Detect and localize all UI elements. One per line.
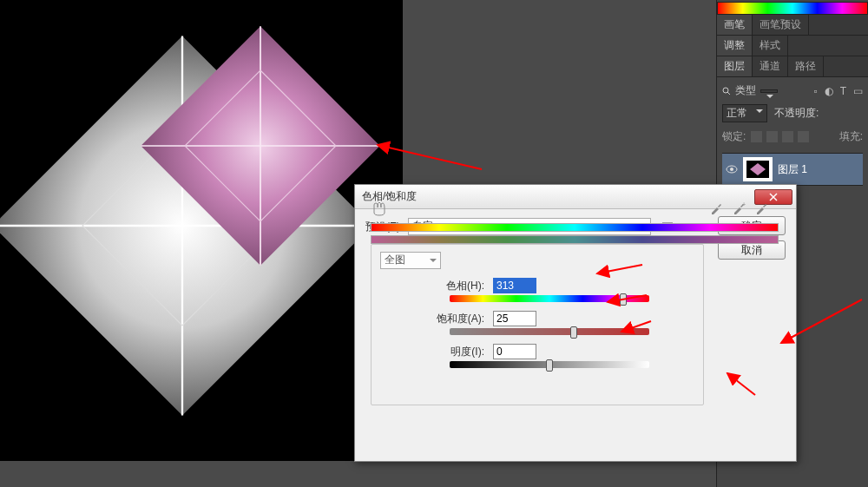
layer-type-filter[interactable]: 类型 ▫ ◐ T ▭ (722, 81, 863, 101)
type-filter-dropdown[interactable] (760, 89, 778, 93)
svg-line-9 (727, 92, 730, 95)
svg-text:+: + (742, 201, 746, 207)
filter-shape-icon[interactable]: ▭ (853, 85, 863, 97)
lock-pixels-icon[interactable] (766, 131, 778, 142)
filter-adjust-icon[interactable]: ◐ (825, 85, 833, 97)
lightness-input[interactable] (493, 344, 536, 359)
svg-marker-12 (750, 163, 766, 175)
lock-icons (751, 131, 809, 142)
lock-position-icon[interactable] (782, 131, 793, 142)
tab-channels[interactable]: 通道 (753, 56, 788, 76)
lightness-thumb[interactable] (546, 359, 553, 372)
tabs-adjust: 调整 样式 (717, 36, 868, 56)
close-icon (769, 193, 778, 201)
visibility-icon[interactable] (726, 165, 738, 174)
lock-all-icon[interactable] (798, 131, 809, 142)
layer-name[interactable]: 图层 1 (778, 162, 807, 177)
eyedropper-subtract-icon[interactable]: - (754, 201, 768, 215)
edit-range-dropdown[interactable]: 全图 (380, 252, 441, 269)
search-icon (722, 87, 731, 95)
tab-brush[interactable]: 画笔 (717, 15, 753, 35)
hue-saturation-dialog: 色相/饱和度 确定 取消 预设(E): 自定 全图 色相(H): (354, 184, 797, 462)
foreground-diamond (135, 20, 386, 272)
hue-slider[interactable] (450, 295, 649, 302)
layer-item[interactable]: 图层 1 (722, 153, 863, 186)
tab-brush-presets[interactable]: 画笔预设 (753, 15, 809, 35)
tab-adjustments[interactable]: 调整 (717, 36, 753, 56)
hand-icon[interactable] (371, 201, 388, 216)
canvas-area[interactable] (0, 0, 403, 461)
hue-label: 色相(H): (380, 279, 484, 293)
svg-point-11 (730, 168, 733, 171)
eyedroppers: + - (709, 201, 768, 215)
eyedropper-row: + - (371, 201, 779, 216)
sliders-group: 全图 色相(H): 饱和度(A): 明度(I): (371, 244, 704, 405)
tabs-layers: 图层 通道 路径 (717, 56, 868, 77)
output-spectrum-strip[interactable] (371, 235, 779, 244)
filter-type-icon[interactable]: T (840, 85, 846, 97)
hue-thumb[interactable] (620, 293, 627, 306)
blend-mode-dropdown[interactable]: 正常 (722, 104, 767, 122)
lock-label: 锁定: (722, 129, 746, 144)
saturation-track (450, 328, 649, 335)
eyedropper-icon[interactable] (709, 201, 723, 215)
dialog-body: 确定 取消 预设(E): 自定 全图 色相(H): 饱和度(A): (355, 209, 796, 253)
saturation-slider[interactable] (450, 328, 649, 335)
saturation-input[interactable] (493, 311, 536, 326)
eyedropper-add-icon[interactable]: + (732, 201, 746, 215)
saturation-label: 饱和度(A): (380, 312, 484, 326)
saturation-row: 饱和度(A): (380, 311, 694, 326)
tab-layers[interactable]: 图层 (717, 56, 753, 76)
tab-paths[interactable]: 路径 (788, 56, 824, 76)
lightness-label: 明度(I): (380, 345, 484, 359)
color-spectrum[interactable] (717, 2, 868, 15)
filter-image-icon[interactable]: ▫ (813, 85, 817, 97)
lightness-row: 明度(I): (380, 344, 694, 359)
layer-thumbnail[interactable] (743, 157, 773, 181)
svg-text:-: - (765, 201, 767, 207)
type-filter-label: 类型 (735, 83, 756, 98)
blend-mode-row: 正常 不透明度: (722, 101, 863, 126)
color-strips (371, 220, 779, 244)
lock-row: 锁定: 填充: (722, 126, 863, 148)
layers-panel-body: 类型 ▫ ◐ T ▭ 正常 不透明度: 锁定: 填充: (717, 77, 868, 189)
lightness-slider[interactable] (450, 361, 649, 368)
fill-label: 填充: (839, 129, 863, 144)
filter-icons: ▫ ◐ T ▭ (813, 85, 863, 97)
opacity-label: 不透明度: (774, 106, 819, 121)
hue-row: 色相(H): (380, 278, 694, 293)
lock-transparency-icon[interactable] (751, 131, 762, 142)
saturation-thumb[interactable] (570, 326, 577, 339)
input-spectrum-strip[interactable] (371, 223, 779, 232)
tab-styles[interactable]: 样式 (753, 36, 788, 56)
tabs-brush: 画笔 画笔预设 (717, 15, 868, 36)
hue-input[interactable] (493, 278, 536, 293)
